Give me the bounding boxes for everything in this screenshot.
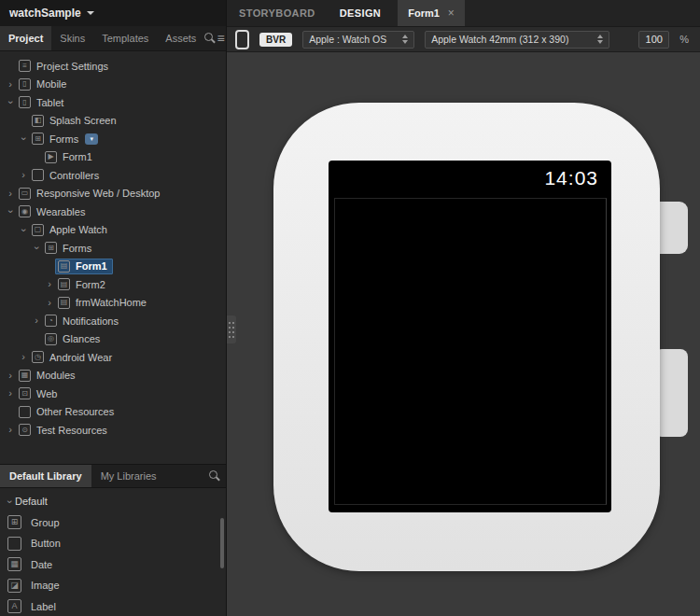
- library-item-image[interactable]: ◪Image: [0, 575, 226, 596]
- search-icon: [209, 470, 220, 482]
- folder-icon: [19, 406, 31, 418]
- chevron-right-icon[interactable]: ›: [18, 352, 29, 362]
- close-icon[interactable]: ×: [448, 7, 455, 19]
- design-canvas[interactable]: 14:03: [227, 52, 700, 616]
- chevron-down-icon[interactable]: ›: [19, 133, 29, 145]
- tree-item-form1[interactable]: ▤Form1: [0, 258, 226, 276]
- label-icon: A: [7, 599, 21, 613]
- forms-icon: ⊞: [32, 133, 44, 145]
- app-window: watchSample Project Skins Templates Asse…: [0, 0, 700, 616]
- tab-templates[interactable]: Templates: [93, 26, 157, 50]
- tree-item-forms[interactable]: ›⊞Forms▾: [0, 130, 226, 148]
- apple-watch-mockup: 14:03: [273, 103, 660, 571]
- tree-item-main: ◉Wearables: [16, 203, 91, 219]
- watch-status-time: 14:03: [544, 167, 598, 189]
- tree-item-label: Form1: [63, 151, 92, 162]
- tree-item-forms[interactable]: ›⊞Forms: [0, 239, 226, 258]
- chevron-down-icon[interactable]: ›: [32, 243, 42, 254]
- chevron-right-icon[interactable]: ›: [44, 298, 55, 308]
- chevron-right-icon[interactable]: ›: [5, 371, 16, 381]
- tree-item-other-resources[interactable]: Other Resources: [0, 403, 226, 422]
- tree-item-controllers[interactable]: ›Controllers: [0, 166, 226, 185]
- tree-item-main: ≡Project Settings: [16, 58, 114, 74]
- tree-item-glances[interactable]: ◎Glances: [0, 330, 226, 349]
- image-icon: ◪: [7, 579, 21, 593]
- tree-item-mobile[interactable]: ›▯Mobile: [0, 76, 226, 94]
- library-tabbar-spacer: [166, 465, 203, 487]
- watch-screen[interactable]: 14:03: [329, 161, 611, 512]
- desktop-icon: ▭: [19, 188, 31, 200]
- menu-button[interactable]: ≡: [216, 26, 226, 50]
- chevron-right-icon[interactable]: ›: [5, 425, 16, 435]
- watch-preview-icon[interactable]: [235, 30, 249, 49]
- glances-icon: ◎: [45, 333, 57, 345]
- apple-watch-icon: ▢: [32, 224, 44, 236]
- chevron-down-icon: ›: [5, 496, 15, 507]
- library-item-label: Image: [31, 580, 60, 591]
- zoom-input[interactable]: 100: [638, 31, 669, 49]
- device-select[interactable]: Apple Watch 42mm (312 x 390): [425, 31, 609, 49]
- library-item-group[interactable]: ⊞Group: [0, 512, 226, 534]
- tree-item-form2[interactable]: ›▤Form2: [0, 275, 226, 294]
- tree-item-label: Forms: [63, 243, 91, 254]
- tree-item-android-wear[interactable]: ›◷Android Wear: [0, 348, 226, 367]
- tree-item-test-resources[interactable]: ›⊙Test Resources: [0, 421, 226, 440]
- drag-dots-icon: [229, 322, 231, 324]
- chevron-down-icon[interactable]: ›: [6, 97, 16, 108]
- chevron-right-icon[interactable]: ›: [5, 189, 16, 199]
- forms-badge[interactable]: ▾: [85, 133, 98, 145]
- tree-item-label: Form2: [76, 279, 105, 290]
- platform-select[interactable]: Apple : Watch OS: [302, 31, 414, 49]
- tree-item-modules[interactable]: ›▦Modules: [0, 367, 226, 385]
- tab-form1[interactable]: Form1 ×: [398, 0, 465, 26]
- tree-item-apple-watch[interactable]: ›▢Apple Watch: [0, 221, 226, 240]
- search-button[interactable]: [204, 26, 216, 50]
- bvr-button[interactable]: BVR: [259, 33, 292, 47]
- chevron-right-icon[interactable]: ›: [18, 170, 29, 180]
- chevron-right-icon[interactable]: ›: [31, 315, 42, 326]
- tree-item-splash-screen[interactable]: ◧Splash Screen: [0, 112, 226, 131]
- library-item-label[interactable]: ALabel: [0, 596, 226, 616]
- panel-resize-handle[interactable]: [227, 315, 236, 343]
- form1-widget-bounds[interactable]: [334, 198, 607, 505]
- library-group-default[interactable]: › Default: [0, 491, 226, 512]
- library-search-button[interactable]: [203, 465, 226, 487]
- tree-item-label: Controllers: [49, 170, 99, 181]
- chevron-right-icon[interactable]: ›: [44, 279, 55, 289]
- tab-project[interactable]: Project: [0, 26, 51, 50]
- tab-design[interactable]: DESIGN: [328, 0, 394, 26]
- tree-item-main: ▢Apple Watch: [29, 222, 113, 238]
- library-item-button[interactable]: Button: [0, 533, 226, 554]
- tree-item-label: Forms: [49, 133, 78, 145]
- library-item-date[interactable]: ▦Date: [0, 554, 226, 576]
- tree-item-main: ▤Form2: [55, 276, 111, 292]
- tree-item-label: frmWatchHome: [76, 297, 147, 308]
- tree-item-project-settings[interactable]: ≡Project Settings: [0, 57, 226, 76]
- chevron-down-icon[interactable]: ›: [19, 224, 29, 235]
- library-item-label: Label: [31, 601, 56, 612]
- tree-item-responsive-web-desktop[interactable]: ›▭Responsive Web / Desktop: [0, 185, 226, 203]
- button-icon: [7, 537, 21, 551]
- tab-default-library[interactable]: Default Library: [0, 465, 91, 487]
- splash-screen-icon: ◧: [32, 115, 44, 127]
- tree-item-main: ▤Form1: [55, 259, 113, 274]
- chevron-right-icon[interactable]: ›: [5, 79, 16, 90]
- tab-storyboard[interactable]: STORYBOARD: [227, 0, 328, 26]
- main-panel: STORYBOARD DESIGN Form1 × BVR Apple : Wa…: [227, 0, 700, 616]
- date-icon: ▦: [7, 557, 21, 571]
- tree-item-main: ▯Tablet: [16, 94, 69, 110]
- tree-item-form1[interactable]: ▶Form1: [0, 148, 226, 167]
- tab-skins[interactable]: Skins: [51, 26, 93, 50]
- chevron-right-icon[interactable]: ›: [5, 388, 16, 399]
- tree-item-label: Responsive Web / Desktop: [36, 188, 160, 199]
- tree-item-tablet[interactable]: ›▯Tablet: [0, 93, 226, 112]
- chevron-down-icon[interactable]: ›: [6, 206, 16, 217]
- tree-item-wearables[interactable]: ›◉Wearables: [0, 203, 226, 221]
- tab-assets[interactable]: Assets: [157, 26, 204, 50]
- tree-item-web[interactable]: ›⊡Web: [0, 385, 226, 403]
- tab-my-libraries[interactable]: My Libraries: [91, 465, 166, 487]
- project-selector[interactable]: watchSample: [0, 0, 226, 26]
- library-scrollbar[interactable]: [220, 518, 224, 568]
- tree-item-notifications[interactable]: ›◔Notifications: [0, 312, 226, 330]
- tree-item-frmwatchhome[interactable]: ›▤frmWatchHome: [0, 294, 226, 313]
